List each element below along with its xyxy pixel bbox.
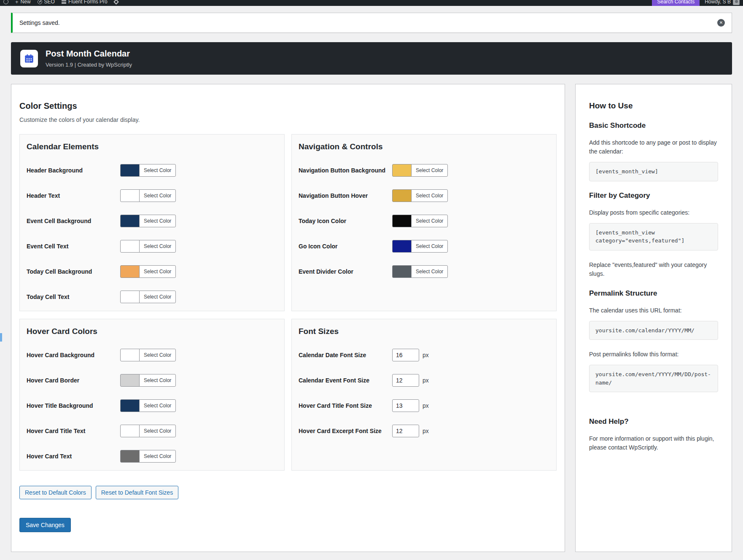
tag-icon (113, 0, 119, 4)
search-contacts-button[interactable]: Search Contacts (652, 0, 700, 6)
color-setting-label: Hover Title Background (27, 402, 120, 409)
settings-card: Color Settings Customize the colors of y… (11, 84, 565, 552)
color-swatch[interactable] (120, 374, 140, 387)
select-color-button[interactable]: Select Color (139, 349, 176, 361)
color-setting-label: Hover Card Text (27, 453, 120, 460)
font-size-row: Calendar Date Font Size px (299, 349, 549, 361)
select-color-button[interactable]: Select Color (411, 164, 448, 177)
color-swatch[interactable] (392, 164, 412, 177)
howdy-menu-item[interactable]: Howdy, S B (705, 0, 740, 5)
permalink-desc-1: The calendar uses this URL format: (589, 306, 718, 315)
seo-label: SEO (44, 0, 55, 5)
color-swatch[interactable] (120, 189, 140, 202)
plugin-header: Post Month Calendar Version 1.9 | Create… (11, 42, 732, 75)
color-swatch[interactable] (392, 189, 412, 202)
basic-shortcode-title: Basic Shortcode (589, 121, 718, 130)
select-color-button[interactable]: Select Color (411, 189, 448, 202)
color-setting-label: Navigation Button Hover (299, 192, 392, 199)
font-size-input[interactable] (392, 349, 419, 361)
site-menu-item[interactable] (3, 0, 8, 4)
unit-label: px (423, 377, 429, 384)
filter-shortcode-code: [events_month_view category="events,feat… (589, 223, 718, 250)
color-setting-label: Navigation Button Background (299, 167, 392, 174)
color-setting-row: Event Divider Color Select Color (299, 265, 549, 278)
color-swatch[interactable] (392, 215, 412, 227)
select-color-button[interactable]: Select Color (139, 291, 176, 303)
color-setting-row: Header Text Select Color (27, 189, 277, 202)
fluent-forms-label: Fluent Forms Pro (68, 0, 108, 5)
color-swatch[interactable] (120, 240, 140, 253)
select-color-button[interactable]: Select Color (139, 265, 176, 278)
color-swatch[interactable] (120, 399, 140, 412)
group-title: Navigation & Controls (299, 142, 549, 151)
color-setting-label: Hover Card Border (27, 377, 120, 384)
font-size-input[interactable] (392, 374, 419, 387)
color-swatch[interactable] (120, 215, 140, 227)
color-setting-label: Go Icon Color (299, 243, 392, 250)
color-setting-row: Hover Card Title Text Select Color (27, 425, 277, 437)
select-color-button[interactable]: Select Color (411, 265, 448, 278)
unit-label: px (423, 402, 429, 409)
reset-default-colors-button[interactable]: Reset to Default Colors (19, 486, 92, 499)
select-color-button[interactable]: Select Color (411, 215, 448, 227)
select-color-button[interactable]: Select Color (139, 189, 176, 202)
select-color-button[interactable]: Select Color (139, 425, 176, 437)
font-size-row: Hover Card Excerpt Font Size px (299, 425, 549, 437)
color-setting-row: Hover Card Background Select Color (27, 349, 277, 361)
color-swatch[interactable] (120, 291, 140, 303)
color-setting-label: Today Icon Color (299, 218, 392, 224)
font-size-row: Calendar Event Font Size px (299, 374, 549, 387)
font-size-input[interactable] (392, 399, 419, 412)
user-avatar (733, 0, 740, 5)
new-menu-item[interactable]: + New (15, 0, 31, 5)
select-color-button[interactable]: Select Color (139, 240, 176, 253)
plugin-subtitle: Version 1.9 | Created by WpScriptly (46, 62, 132, 68)
group-title: Hover Card Colors (27, 327, 277, 336)
basic-shortcode-code: [events_month_view] (589, 162, 718, 181)
unit-label: px (423, 352, 429, 358)
color-setting-row: Event Cell Background Select Color (27, 215, 277, 227)
fluent-forms-menu-item[interactable]: Fluent Forms Pro (62, 0, 108, 5)
unit-label: px (423, 428, 429, 434)
tag-menu-item[interactable] (114, 0, 118, 4)
filter-note: Replace "events,featured" with your cate… (589, 261, 718, 278)
color-setting-label: Event Cell Text (27, 243, 120, 250)
reset-default-font-sizes-button[interactable]: Reset to Default Font Sizes (96, 486, 178, 499)
color-swatch[interactable] (392, 265, 412, 278)
fluent-forms-icon (62, 0, 66, 4)
font-size-input[interactable] (392, 425, 419, 437)
wordpress-logo-icon (3, 0, 8, 4)
color-setting-label: Hover Card Background (27, 352, 120, 358)
select-color-button[interactable]: Select Color (139, 450, 176, 463)
color-swatch[interactable] (120, 265, 140, 278)
help-sidebar: How to Use Basic Shortcode Add this shor… (575, 84, 732, 552)
font-size-label: Calendar Event Font Size (299, 377, 392, 384)
dismiss-notice-button[interactable]: ✕ (717, 19, 725, 27)
color-swatch[interactable] (120, 164, 140, 177)
color-setting-row: Hover Card Border Select Color (27, 374, 277, 387)
group-hover-card-colors: Hover Card Colors Hover Card Background … (19, 319, 285, 471)
color-setting-row: Navigation Button Hover Select Color (299, 189, 549, 202)
save-changes-button[interactable]: Save Changes (19, 518, 71, 532)
notice-text: Settings saved. (19, 19, 60, 26)
permalink-desc-2: Post permalinks follow this format: (589, 350, 718, 359)
color-swatch[interactable] (392, 240, 412, 253)
select-color-button[interactable]: Select Color (139, 374, 176, 387)
color-setting-row: Event Cell Text Select Color (27, 240, 277, 253)
color-swatch[interactable] (120, 425, 140, 437)
color-setting-row: Header Background Select Color (27, 164, 277, 177)
color-swatch[interactable] (120, 450, 140, 463)
color-setting-label: Event Cell Background (27, 218, 120, 224)
group-font-sizes: Font Sizes Calendar Date Font Size px Ca… (291, 319, 557, 471)
font-size-label: Calendar Date Font Size (299, 352, 392, 358)
select-color-button[interactable]: Select Color (411, 240, 448, 253)
permalink-code-1: yoursite.com/calendar/YYYY/MM/ (589, 321, 718, 340)
select-color-button[interactable]: Select Color (139, 399, 176, 412)
need-help-title: Need Help? (589, 417, 718, 426)
select-color-button[interactable]: Select Color (139, 215, 176, 227)
group-calendar-elements: Calendar Elements Header Background Sele… (19, 134, 285, 311)
color-swatch[interactable] (120, 349, 140, 361)
select-color-button[interactable]: Select Color (139, 164, 176, 177)
page-title: Color Settings (19, 101, 557, 111)
seo-menu-item[interactable]: SEO (38, 0, 55, 5)
